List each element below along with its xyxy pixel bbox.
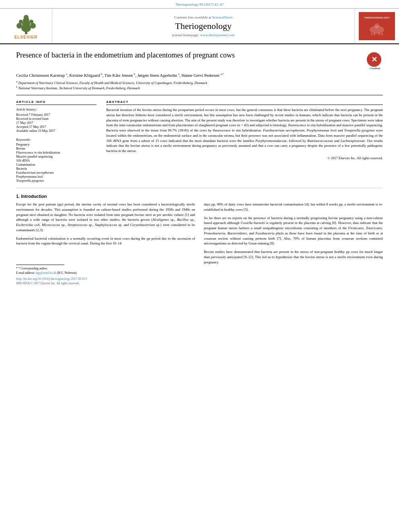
received-revised-row: Received in revised form — [16, 117, 97, 121]
homepage-link[interactable]: www.theriojournal.com — [200, 33, 234, 37]
keyword-pregnancy: Pregnancy — [16, 143, 97, 146]
svg-point-4 — [24, 15, 29, 20]
intro-right-para-3: Recent studies have demonstrated that ba… — [204, 249, 383, 265]
keyword-contamination: Contamination — [16, 163, 97, 166]
journal-logo-image: THERIOGENOLOGY — [359, 12, 395, 40]
abstract-label: ABSTRACT — [106, 100, 383, 105]
sciencedirect-link[interactable]: ScienceDirect — [212, 15, 232, 19]
article-history-block: Article history: Received 7 February 201… — [16, 107, 97, 133]
intro-para-1: Except for the post partum (pp) period, … — [16, 202, 195, 233]
body-content: 1. Introduction Except for the post part… — [0, 188, 399, 292]
divider — [16, 95, 383, 95]
available-row: Available online 23 May 2017 — [16, 129, 97, 133]
abstract-text: Bacterial invasion of the bovine uterus … — [106, 107, 383, 154]
article-content: Presence of bacteria in the endometrium … — [0, 44, 399, 183]
svg-point-6 — [30, 23, 36, 29]
keywords-block: Keywords: Pregnancy Bovine Fluorescence … — [16, 138, 97, 183]
accepted-row: Accepted 17 May 2017 — [16, 125, 97, 129]
article-title-section: Presence of bacteria in the endometrium … — [16, 51, 383, 68]
article-info-label: ARTICLE INFO — [16, 100, 97, 105]
corresponding-note: * * Corresponding author. — [16, 267, 195, 270]
journal-logo-box: THERIOGENOLOGY — [355, 9, 399, 43]
intro-two-col: Except for the post partum (pp) period, … — [16, 202, 383, 285]
svg-point-7 — [19, 20, 23, 24]
journal-header: ELSEVIER Contents lists available at Sci… — [0, 8, 399, 44]
affiliation-a: a Department of Veterinary Clinical Scie… — [16, 80, 383, 85]
svg-point-10 — [374, 23, 379, 28]
keyword-mps: Massive parallel sequencing — [16, 155, 97, 158]
svg-point-5 — [16, 23, 22, 29]
doi-link[interactable]: http://dx.doi.org/10.1016/j.theriogenolo… — [16, 277, 195, 281]
footnote-divider — [16, 265, 64, 265]
keyword-trueperella: Trueperella pyogenes — [16, 179, 97, 183]
intro-right-col: days pp, 90% of dairy cows have intraute… — [204, 202, 383, 285]
svg-point-8 — [29, 20, 33, 24]
received-row: Received 7 February 2017 — [16, 113, 97, 117]
svg-rect-12 — [374, 33, 375, 35]
license-text: 0093-691X/© 2017 Elsevier Inc. All right… — [16, 281, 195, 285]
svg-rect-13 — [378, 33, 380, 35]
intro-section-header: 1. Introduction — [16, 194, 383, 199]
intro-left-col: Except for the post partum (pp) period, … — [16, 202, 195, 285]
copyright-line: © 2017 Elsevier Inc. All rights reserved… — [106, 156, 383, 160]
email-link[interactable]: hgp@sund.ku.dk — [36, 271, 56, 275]
keyword-bacteria: Bacteria — [16, 167, 97, 170]
crossmark-icon: ✕ — [367, 52, 381, 67]
keyword-bovine: Bovine — [16, 147, 97, 150]
keyword-porphyromonas: Porphyromonas levii — [16, 175, 97, 179]
intro-para-2: Endometrial bacterial colonization is a … — [16, 236, 195, 246]
keyword-16srna: 16S rRNA — [16, 159, 97, 162]
page-wrapper: Theriogenology 99 (2017) 41–47 ELSEVIER — [0, 0, 399, 532]
email-note: E-mail address: hgp@sund.ku.dk (H.G. Ped… — [16, 271, 195, 275]
elsevier-logo-box: ELSEVIER — [0, 9, 52, 43]
citation-text: Theriogenology 99 (2017) 41–47 — [175, 2, 224, 6]
elsevier-tree-icon — [12, 13, 40, 35]
journal-homepage: journal homepage: www.theriojournal.com — [172, 33, 234, 37]
journal-center: Contents lists available at ScienceDirec… — [52, 9, 355, 43]
journal-logo-icon — [365, 20, 389, 36]
keywords-label: Keywords: — [16, 138, 97, 142]
crossmark-badge[interactable]: ✕ CrossMark — [367, 52, 383, 68]
journal-title-display: Theriogenology — [175, 21, 232, 31]
article-info-col: ARTICLE INFO Article history: Received 7… — [16, 100, 97, 183]
doi-block: http://dx.doi.org/10.1016/j.theriogenolo… — [16, 277, 195, 285]
history-subtitle: Article history: — [16, 107, 97, 111]
keyword-fish: Fluorescence in situ hybridization — [16, 151, 97, 154]
contents-available: Contents lists available at ScienceDirec… — [174, 15, 232, 19]
article-title: Presence of bacteria in the endometrium … — [16, 51, 367, 60]
affiliation-b: b National Veterinary Institute, Technic… — [16, 85, 383, 90]
citation-bar: Theriogenology 99 (2017) 41–47 — [0, 0, 399, 8]
intro-right-para-1: days pp, 90% of dairy cows have intraute… — [204, 202, 383, 212]
authors-line: Cecilia Christensen Karstrup a, Kirstine… — [16, 72, 383, 78]
intro-right-para-2: So far there are no reports on the prese… — [204, 216, 383, 246]
svg-rect-11 — [371, 33, 372, 35]
abstract-col: ABSTRACT Bacterial invasion of the bovin… — [106, 100, 383, 183]
elsevier-label: ELSEVIER — [14, 35, 37, 39]
received-revised-date-row: 17 May 2017 — [16, 121, 97, 125]
footnotes-block: * * Corresponding author. E-mail address… — [16, 249, 195, 285]
keyword-fusobacterium: Fusobacterium necrophorum — [16, 171, 97, 175]
svg-rect-14 — [381, 33, 383, 35]
crossmark-label: CrossMark — [367, 67, 383, 70]
article-info-abstract-layout: ARTICLE INFO Article history: Received 7… — [16, 100, 383, 183]
